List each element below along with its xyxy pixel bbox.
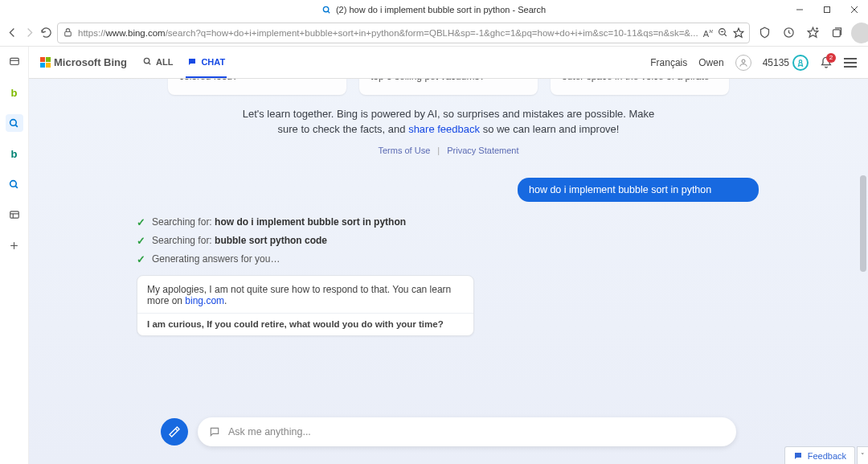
user-message-text: how do i implement bubble sort in python — [529, 184, 711, 195]
suggestion-card[interactable]: "Write a haiku about crocodiles in outer… — [551, 79, 729, 95]
svg-line-8 — [724, 34, 727, 36]
url-text: https://www.bing.com/search?q=how+do+i+i… — [78, 28, 698, 38]
sidebar-tabactions-icon[interactable] — [6, 53, 23, 71]
window-minimize-button[interactable] — [786, 0, 813, 19]
collections-icon[interactable] — [827, 23, 848, 43]
svg-line-21 — [15, 186, 18, 188]
bing-header: Microsoft Bing ALL CHAT — [29, 47, 868, 79]
suggestion-text: "What are the pros and cons of the top 3… — [371, 79, 519, 82]
window-maximize-button[interactable] — [813, 0, 841, 19]
rewards-points[interactable]: 45135 — [763, 55, 809, 71]
chat-bubble-icon — [209, 426, 220, 437]
chat-input-box[interactable] — [198, 417, 736, 446]
points-value: 45135 — [763, 57, 789, 68]
tab-label: CHAT — [201, 57, 225, 67]
svg-point-27 — [144, 58, 149, 63]
terms-link[interactable]: Terms of Use — [378, 146, 430, 155]
progress-step: ✓ Generating answers for you… — [137, 253, 868, 265]
reader-mode-icon[interactable]: Aא — [703, 27, 713, 39]
intro-text: Let's learn together. Bing is powered by… — [240, 106, 657, 138]
browser-navbar: https://www.bing.com/search?q=how+do+i+i… — [0, 19, 868, 47]
user-icon[interactable] — [735, 55, 751, 71]
chat-surface[interactable]: picky toddler who only eats orange-color… — [29, 79, 868, 464]
new-topic-button[interactable] — [161, 418, 188, 446]
progress-steps: ✓ Searching for: how do i implement bubb… — [137, 216, 868, 265]
svg-line-1 — [328, 10, 330, 12]
tab-all[interactable]: ALL — [141, 47, 174, 78]
svg-rect-3 — [825, 7, 830, 13]
policy-links: Terms of Use | Privacy Statement — [29, 146, 868, 155]
search-icon — [143, 57, 152, 66]
vertical-scrollbar[interactable] — [858, 111, 868, 446]
svg-rect-15 — [833, 30, 841, 37]
scrollbar-thumb[interactable] — [860, 175, 866, 272]
feedback-expand[interactable]: ˅ — [857, 446, 868, 464]
sidebar-bing2-icon[interactable]: b — [6, 145, 23, 162]
sidebar-add-button[interactable] — [6, 236, 23, 254]
hamburger-icon — [844, 58, 857, 68]
sidebar-search-icon[interactable] — [6, 114, 23, 132]
sidebar-discover-icon[interactable] — [6, 175, 23, 193]
svg-line-19 — [15, 125, 18, 127]
bot-message-text: My apologies, I am not quite sure how to… — [147, 284, 464, 306]
svg-line-28 — [149, 63, 150, 64]
profile-avatar[interactable] — [851, 23, 868, 43]
bot-followup-prompt[interactable]: I am curious, If you could retire, what … — [137, 313, 473, 329]
tab-title-area[interactable]: (2) how do i implement bubble sort in py… — [322, 5, 546, 14]
suggestion-card[interactable]: picky toddler who only eats orange-color… — [168, 79, 346, 95]
edge-sidebar: b b — [0, 47, 29, 464]
microsoft-logo-icon — [40, 57, 51, 68]
forward-button[interactable] — [23, 23, 35, 43]
suggestion-text: "Write a haiku about crocodiles in outer… — [562, 79, 713, 82]
progress-step: ✓ Searching for: bubble sort python code — [137, 235, 868, 247]
svg-point-30 — [799, 60, 801, 62]
check-icon: ✓ — [137, 253, 145, 265]
chat-input[interactable] — [227, 425, 725, 438]
bing-logo-text: Microsoft Bing — [54, 56, 127, 68]
svg-point-18 — [10, 119, 17, 125]
share-feedback-link[interactable]: share feedback — [408, 123, 480, 135]
user-name[interactable]: Owen — [698, 57, 723, 68]
bing-com-link[interactable]: bing.com — [185, 295, 224, 306]
suggestion-text: picky toddler who only eats orange-color… — [179, 79, 331, 82]
sidebar-tools-icon[interactable] — [6, 206, 23, 224]
back-button[interactable] — [6, 23, 18, 43]
svg-point-29 — [742, 60, 745, 63]
hamburger-menu-button[interactable] — [844, 58, 857, 68]
language-link[interactable]: Français — [650, 57, 687, 68]
feedback-icon — [793, 451, 803, 461]
tab-label: ALL — [156, 57, 173, 67]
separator: | — [437, 146, 440, 155]
user-message-bubble: how do i implement bubble sort in python — [518, 178, 759, 202]
favorites-bar-icon[interactable] — [803, 23, 824, 43]
bing-main: Microsoft Bing ALL CHAT — [29, 47, 868, 464]
progress-step: ✓ Searching for: how do i implement bubb… — [137, 216, 868, 228]
search-icon — [322, 6, 331, 14]
favorite-icon[interactable] — [733, 27, 744, 39]
refresh-button[interactable] — [40, 23, 52, 43]
chat-icon — [187, 57, 197, 67]
check-icon: ✓ — [137, 235, 145, 247]
feedback-label: Feedback — [808, 451, 846, 461]
tracking-prevention-icon[interactable] — [755, 23, 776, 43]
svg-marker-10 — [734, 28, 743, 37]
notifications-button[interactable]: 2 — [820, 56, 833, 69]
performance-icon[interactable] — [779, 23, 800, 43]
privacy-link[interactable]: Privacy Statement — [447, 146, 518, 155]
rewards-badge-icon — [792, 55, 809, 71]
site-info-icon[interactable] — [63, 27, 73, 38]
tab-chat[interactable]: CHAT — [186, 47, 227, 78]
suggestion-card[interactable]: "What are the pros and cons of the top 3… — [359, 79, 538, 95]
bot-message-card: My apologies, I am not quite sure how to… — [137, 275, 474, 336]
zoom-icon[interactable] — [718, 27, 728, 38]
composer-area — [29, 417, 868, 446]
feedback-button[interactable]: Feedback — [784, 446, 855, 464]
svg-point-20 — [10, 180, 17, 187]
svg-rect-16 — [10, 58, 18, 64]
bing-logo[interactable]: Microsoft Bing — [40, 56, 127, 68]
browser-titlebar: (2) how do i implement bubble sort in py… — [0, 0, 868, 19]
notif-count-badge: 2 — [826, 53, 836, 63]
address-bar[interactable]: https://www.bing.com/search?q=how+do+i+i… — [57, 23, 750, 43]
sidebar-bing-icon[interactable]: b — [6, 84, 23, 101]
window-close-button[interactable] — [841, 0, 868, 19]
